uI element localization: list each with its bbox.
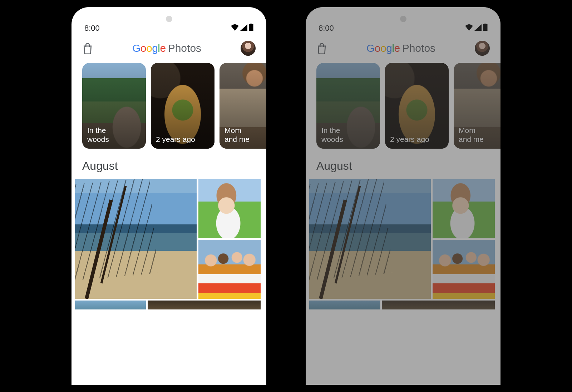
photo-thumbnail-beach-tree[interactable]	[75, 179, 197, 299]
memory-card-label: In the woods	[87, 126, 109, 144]
photo-thumbnail[interactable]	[148, 301, 261, 309]
photos-word: Photos	[402, 42, 435, 54]
photo-grid-row-2	[306, 299, 500, 309]
app-title: Google Photos	[132, 42, 201, 54]
phone-mockup-light: 8:00 Google Photos I	[72, 7, 266, 385]
app-header: Google Photos	[306, 38, 500, 63]
memory-card-2-years-ago[interactable]: 2 years ago	[151, 63, 214, 149]
svg-rect-0	[249, 24, 253, 31]
memory-card-in-the-woods[interactable]: In the woods	[82, 63, 146, 149]
memory-card-mom-and-me[interactable]: Mom and me	[220, 63, 266, 149]
camera-hole	[400, 16, 406, 22]
memory-card-in-the-woods[interactable]: In the woods	[316, 63, 380, 149]
photo-thumbnail-group-friends[interactable]	[433, 240, 495, 299]
app-title: Google Photos	[366, 42, 435, 54]
photo-thumbnail[interactable]	[382, 301, 495, 309]
shop-bag-icon[interactable]	[82, 42, 93, 54]
photo-grid	[306, 179, 500, 299]
cellular-signal-icon	[474, 24, 482, 33]
app-header: Google Photos	[72, 38, 266, 63]
photo-thumbnail[interactable]	[309, 301, 380, 309]
photo-grid	[72, 179, 266, 299]
wifi-icon	[231, 24, 239, 33]
photo-thumbnail-boy-thumbs-up[interactable]	[198, 179, 261, 238]
photo-thumbnail-boy-thumbs-up[interactable]	[433, 179, 495, 238]
memory-card-label: In the woods	[321, 126, 343, 144]
memory-card-2-years-ago[interactable]: 2 years ago	[385, 63, 449, 149]
memories-carousel[interactable]: In the woods 2 years ago Mom and me	[72, 63, 266, 149]
phone-mockup-dimmed: 8:00 Google Photos I	[306, 7, 500, 385]
camera-hole	[166, 16, 172, 22]
memory-card-label: Mom and me	[225, 126, 250, 144]
memory-card-mom-and-me[interactable]: Mom and me	[454, 63, 500, 149]
battery-icon	[483, 24, 488, 33]
google-logo-text: Google	[132, 42, 166, 54]
cellular-signal-icon	[240, 24, 247, 33]
photo-thumbnail-beach-tree[interactable]	[309, 179, 431, 299]
memory-card-label: Mom and me	[459, 126, 484, 144]
photo-grid-row-2	[72, 299, 266, 309]
memory-card-label: 2 years ago	[156, 135, 195, 144]
memories-carousel[interactable]: In the woods 2 years ago Mom and me	[306, 63, 500, 149]
photo-thumbnail[interactable]	[75, 301, 146, 309]
profile-avatar[interactable]	[475, 41, 490, 56]
profile-avatar[interactable]	[241, 41, 256, 56]
month-section-header: August	[306, 149, 500, 179]
photo-thumbnail-group-friends[interactable]	[198, 240, 261, 299]
wifi-icon	[465, 24, 473, 33]
svg-rect-1	[250, 24, 252, 25]
month-section-header: August	[72, 149, 266, 179]
svg-rect-2	[483, 24, 488, 31]
status-icons	[465, 24, 488, 33]
shop-bag-icon[interactable]	[316, 42, 327, 54]
status-time: 8:00	[319, 24, 334, 33]
photos-word: Photos	[168, 42, 201, 54]
status-icons	[231, 24, 253, 33]
svg-rect-3	[484, 24, 487, 25]
battery-icon	[249, 24, 253, 33]
google-logo-text: Google	[366, 42, 400, 54]
memory-card-label: 2 years ago	[390, 135, 429, 144]
status-time: 8:00	[84, 24, 100, 33]
